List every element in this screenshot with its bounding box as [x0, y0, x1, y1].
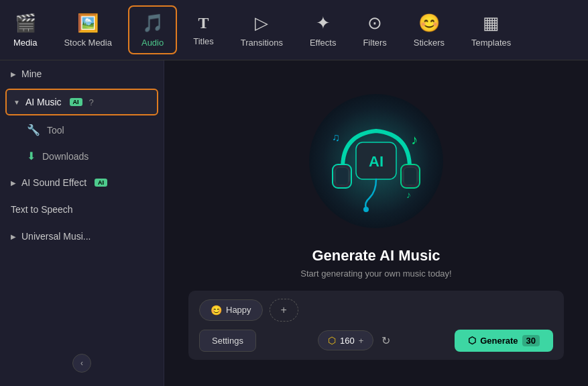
titles-icon: T [198, 14, 209, 32]
mine-label: Mine [21, 68, 42, 79]
toolbar-label-stickers: Stickers [414, 38, 445, 48]
sidebar-section-mine: ▶ Mine [0, 60, 164, 87]
tool-label: Tool [47, 125, 64, 136]
ai-sound-effect-label: AI Sound Effect [21, 177, 86, 188]
sidebar-item-text-to-speech[interactable]: Text to Speech [0, 196, 164, 223]
generate-button[interactable]: ⬡ Generate 30 [455, 330, 553, 352]
toolbar-label-stock: Stock Media [64, 38, 112, 48]
main-area: ▶ Mine ▼ AI Music AI ? 🔧 Tool ⬇ Download… [0, 60, 588, 386]
controls-row: Settings ⬡ 160 + ↻ ⬡ Generate 30 [199, 330, 553, 352]
sidebar-item-tool[interactable]: 🔧 Tool [20, 117, 164, 143]
toolbar-item-titles[interactable]: T Titles [180, 0, 227, 60]
sidebar-section-ai-music: ▼ AI Music AI ? 🔧 Tool ⬇ Downloads [0, 87, 164, 169]
svg-point-11 [333, 166, 351, 185]
toolbar-label-effects: Effects [310, 38, 337, 48]
sidebar-section-tts: Text to Speech [0, 196, 164, 223]
toolbar-label-transitions: Transitions [241, 38, 283, 48]
ai-sound-arrow-icon: ▶ [11, 179, 16, 187]
stock-media-icon: 🖼️ [77, 13, 99, 34]
sidebar-section-ai-sound: ▶ AI Sound Effect AI [0, 169, 164, 196]
text-to-speech-label: Text to Speech [11, 204, 73, 215]
generate-title: Generate AI Music [312, 247, 440, 264]
svg-text:AI: AI [369, 153, 384, 170]
credit-badge: ⬡ 160 + [318, 330, 373, 350]
svg-point-13 [363, 207, 369, 212]
ai-sound-badge: AI [95, 179, 107, 187]
sidebar-section-universal: ▶ Universal Musi... [0, 223, 164, 250]
sidebar: ▶ Mine ▼ AI Music AI ? 🔧 Tool ⬇ Download… [0, 60, 164, 386]
toolbar-item-stock-media[interactable]: 🖼️ Stock Media [50, 0, 125, 60]
happy-icon: 😊 [211, 305, 222, 316]
settings-button[interactable]: Settings [199, 330, 256, 352]
toolbar-item-templates[interactable]: ▦ Templates [458, 0, 524, 60]
credit-icon: ⬡ [328, 335, 336, 346]
content-area: AI ♪ ♫ ♪ Generate AI Music Start generat… [164, 60, 588, 386]
mine-arrow-icon: ▶ [11, 70, 16, 78]
downloads-icon: ⬇ [27, 150, 36, 162]
credits-area: ⬡ 160 + ↻ [318, 330, 393, 350]
effects-icon: ✦ [316, 13, 331, 34]
ai-music-label: AI Music [25, 97, 62, 107]
ai-badge: AI [70, 98, 82, 106]
sidebar-item-ai-sound-effect[interactable]: ▶ AI Sound Effect AI [0, 169, 164, 196]
sidebar-bottom: ‹ [0, 354, 164, 373]
sidebar-collapse-button[interactable]: ‹ [72, 354, 91, 373]
add-mood-button[interactable]: + [270, 299, 298, 322]
ai-illustration: AI ♪ ♫ ♪ [302, 87, 450, 235]
add-mood-label: + [281, 304, 287, 316]
toolbar-label-titles: Titles [193, 36, 214, 46]
mood-tag-happy[interactable]: 😊 Happy [199, 299, 263, 321]
universal-music-label: Universal Musi... [21, 231, 91, 242]
credits-value: 160 [340, 336, 355, 346]
refresh-icon: ↻ [381, 335, 390, 346]
toolbar: 🎬 Media 🖼️ Stock Media 🎵 Audio T Titles … [0, 0, 588, 60]
toolbar-label-media: Media [13, 38, 37, 48]
settings-label: Settings [212, 336, 243, 346]
transitions-icon: ▷ [255, 13, 268, 34]
generate-subtitle: Start generating your own music today! [300, 269, 451, 279]
sidebar-item-universal-music[interactable]: ▶ Universal Musi... [0, 223, 164, 250]
svg-text:♫: ♫ [332, 132, 340, 143]
mood-tag-label: Happy [226, 305, 251, 315]
help-icon[interactable]: ? [89, 97, 94, 107]
sidebar-item-ai-music[interactable]: ▼ AI Music AI ? [5, 89, 158, 115]
toolbar-item-media[interactable]: 🎬 Media [0, 0, 50, 60]
toolbar-label-filters: Filters [363, 38, 386, 48]
toolbar-item-transitions[interactable]: ▷ Transitions [227, 0, 296, 60]
generate-label: Generate [480, 336, 518, 346]
refresh-button[interactable]: ↻ [379, 332, 393, 350]
toolbar-item-audio[interactable]: 🎵 Audio [128, 5, 177, 54]
sidebar-item-mine[interactable]: ▶ Mine [0, 60, 164, 87]
generate-icon: ⬡ [468, 335, 476, 346]
toolbar-label-templates: Templates [471, 38, 511, 48]
generate-count: 30 [522, 335, 540, 346]
toolbar-item-stickers[interactable]: 😊 Stickers [400, 0, 458, 60]
stickers-icon: 😊 [418, 13, 440, 34]
svg-text:♪: ♪ [411, 132, 418, 147]
downloads-label: Downloads [42, 151, 89, 162]
universal-music-arrow-icon: ▶ [11, 233, 16, 240]
toolbar-label-audio: Audio [141, 38, 164, 48]
ai-music-arrow-icon: ▼ [13, 99, 20, 106]
tool-icon: 🔧 [27, 124, 40, 136]
toolbar-item-effects[interactable]: ✦ Effects [296, 0, 350, 60]
toolbar-item-filters[interactable]: ⊙ Filters [349, 0, 400, 60]
ai-music-subitems: 🔧 Tool ⬇ Downloads [0, 117, 164, 169]
filters-icon: ⊙ [367, 13, 382, 34]
templates-icon: ▦ [483, 13, 499, 34]
mood-row: 😊 Happy + [199, 299, 553, 322]
audio-icon: 🎵 [142, 13, 164, 34]
collapse-icon: ‹ [80, 358, 83, 368]
svg-text:♪: ♪ [406, 189, 411, 200]
sidebar-item-downloads[interactable]: ⬇ Downloads [20, 143, 164, 169]
svg-point-12 [401, 166, 420, 185]
media-icon: 🎬 [15, 13, 36, 34]
bottom-panel: 😊 Happy + Settings ⬡ 160 + [188, 291, 564, 360]
credit-plus-button[interactable]: + [359, 336, 364, 346]
